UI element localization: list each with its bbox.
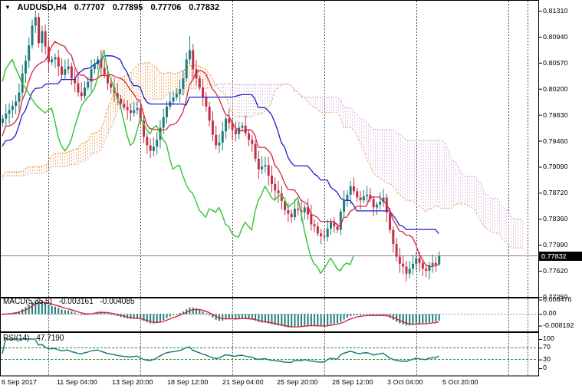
rsi-tick-label: 100 (543, 334, 554, 342)
price-tick-label: 0.80200 (543, 85, 568, 93)
price-tick-label: 0.79090 (543, 163, 568, 170)
macd-tick-label: -0.008192 (543, 321, 574, 329)
price-tick-label: 0.78720 (543, 189, 568, 196)
time-tick-label: 18 Sep 12:00 (167, 378, 209, 386)
price-tick-label: 0.81310 (543, 7, 568, 15)
ohlc-close: 0.77832 (189, 2, 219, 12)
rsi-tick-label: 30 (543, 355, 551, 363)
rsi-tick-label: 0 (543, 364, 547, 371)
chart-canvas[interactable] (0, 0, 582, 392)
rsi-indicator-label: RSI(14) 47.7190 (3, 334, 64, 342)
time-tick-label: 5 Oct 20:00 (442, 378, 478, 386)
macd-signal-value: -0.004085 (100, 297, 135, 305)
rsi-name: RSI(14) (3, 334, 29, 342)
ohlc-low: 0.77706 (150, 2, 181, 12)
macd-value: -0.003161 (59, 297, 94, 305)
price-tick-label: 0.79830 (543, 111, 568, 119)
macd-tick-label: 0.00 (543, 309, 557, 317)
time-tick-label: 6 Sep 2017 (2, 378, 37, 386)
time-tick-label: 11 Sep 04:00 (57, 378, 97, 386)
time-tick-label: 3 Oct 04:00 (387, 378, 423, 386)
time-tick-label: 21 Sep 04:00 (222, 378, 264, 386)
macd-indicator-label: MACD(5,35,5) -0.003161 -0.004085 (3, 297, 135, 305)
time-tick-label: 13 Sep 20:00 (112, 378, 153, 386)
price-tick-label: 0.77990 (543, 241, 568, 249)
price-tick-label: 0.80570 (543, 59, 568, 67)
price-tick-label: 0.79460 (543, 137, 568, 145)
current-price-value: 0.77832 (541, 252, 567, 260)
chart-window: ▼ AUDUSD,H4 0.77707 0.77895 0.77706 0.77… (0, 0, 582, 392)
ohlc-open: 0.77707 (74, 2, 105, 12)
current-price-box: 0.77832 (539, 252, 582, 261)
chart-title: ▼ AUDUSD,H4 0.77707 0.77895 0.77706 0.77… (5, 2, 219, 12)
price-tick-label: 0.78360 (543, 215, 568, 222)
time-tick-label: 28 Sep 12:00 (332, 378, 373, 386)
rsi-value: 47.7190 (36, 334, 64, 342)
rsi-tick-label: 70 (543, 343, 551, 351)
time-tick-label: 25 Sep 20:00 (277, 378, 318, 386)
macd-tick-label: 0.008476 (543, 295, 572, 303)
price-tick-label: 0.77620 (543, 267, 568, 275)
ohlc-high: 0.77895 (113, 2, 143, 12)
macd-name: MACD(5,35,5) (3, 297, 52, 305)
symbol-dropdown-icon[interactable]: ▼ (5, 4, 11, 11)
symbol-period-label: AUDUSD,H4 (18, 2, 67, 12)
price-tick-label: 0.80940 (543, 33, 568, 41)
